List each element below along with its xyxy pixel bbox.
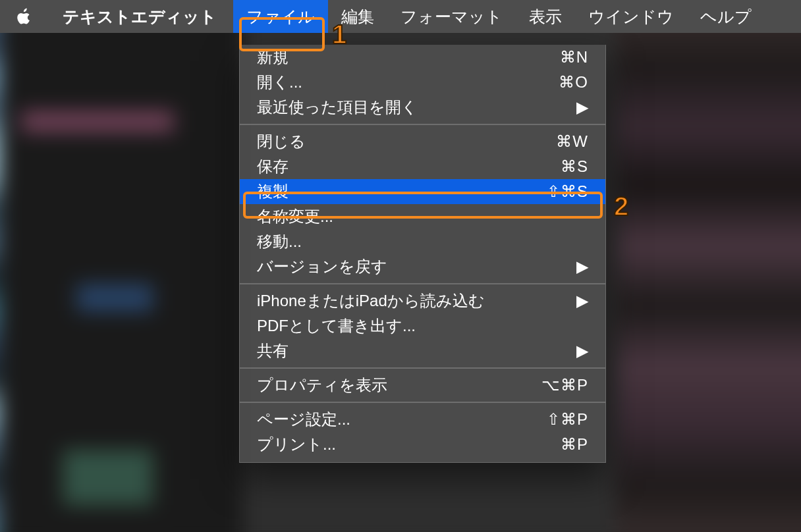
menu-item[interactable]: ページ設定...⇧⌘P <box>240 407 605 432</box>
menu-item[interactable]: 新規⌘N <box>240 45 605 70</box>
menu-item-label: プリント... <box>257 434 561 455</box>
submenu-arrow-icon: ▶ <box>572 292 588 310</box>
menu-item[interactable]: 移動... <box>240 229 605 254</box>
menu-item-label: 名称変更... <box>257 206 588 227</box>
menu-edit[interactable]: 編集 <box>328 0 387 33</box>
menu-item-label: バージョンを戻す <box>257 256 572 277</box>
menu-item[interactable]: 保存⌘S <box>240 154 605 179</box>
menu-item-shortcut: ⌘O <box>559 73 588 92</box>
menu-item[interactable]: バージョンを戻す▶ <box>240 254 605 279</box>
menu-item-label: 複製 <box>257 181 547 202</box>
menu-item-label: 開く... <box>257 72 559 93</box>
menu-item-label: 保存 <box>257 156 561 177</box>
menu-item-shortcut: ⌘W <box>556 132 588 151</box>
menu-item-shortcut: ⇧⌘P <box>547 410 588 429</box>
menu-item-label: iPhoneまたはiPadから読み込む <box>257 290 572 311</box>
submenu-arrow-icon: ▶ <box>572 98 588 117</box>
menu-item[interactable]: 共有▶ <box>240 338 605 363</box>
menu-item-label: 新規 <box>257 47 560 68</box>
menu-item-label: 最近使った項目を開く <box>257 97 572 118</box>
menu-item[interactable]: PDFとして書き出す... <box>240 313 605 338</box>
menu-item-label: 移動... <box>257 231 588 252</box>
menu-window[interactable]: ウインドウ <box>575 0 687 33</box>
apple-menu-icon[interactable] <box>13 7 33 26</box>
menu-item-label: ページ設定... <box>257 409 547 430</box>
menu-item-shortcut: ⌥⌘P <box>541 376 588 394</box>
file-menu-dropdown: 新規⌘N開く...⌘O最近使った項目を開く▶閉じる⌘W保存⌘S複製⇧⌘S名称変更… <box>239 45 606 463</box>
menu-bar: テキストエディット ファイル 編集 フォーマット 表示 ウインドウ ヘルプ <box>0 0 801 33</box>
menu-format[interactable]: フォーマット <box>387 0 516 33</box>
menu-help[interactable]: ヘルプ <box>687 0 765 33</box>
menu-item[interactable]: iPhoneまたはiPadから読み込む▶ <box>240 288 605 313</box>
menu-item-label: プロパティを表示 <box>257 375 541 396</box>
menu-item[interactable]: プロパティを表示⌥⌘P <box>240 373 605 398</box>
menu-item-shortcut: ⌘S <box>561 157 588 176</box>
menu-item[interactable]: 最近使った項目を開く▶ <box>240 95 605 120</box>
submenu-arrow-icon: ▶ <box>572 257 588 276</box>
menu-view[interactable]: 表示 <box>516 0 575 33</box>
menu-item-label: 閉じる <box>257 131 556 152</box>
menu-item[interactable]: プリント...⌘P <box>240 432 605 457</box>
menu-item-shortcut: ⌘P <box>561 435 588 454</box>
menu-item[interactable]: 複製⇧⌘S <box>240 179 605 204</box>
menu-item[interactable]: 開く...⌘O <box>240 70 605 95</box>
menu-item[interactable]: 閉じる⌘W <box>240 129 605 154</box>
app-name[interactable]: テキストエディット <box>49 0 233 33</box>
menu-item-label: PDFとして書き出す... <box>257 315 588 336</box>
submenu-arrow-icon: ▶ <box>572 342 588 360</box>
menu-item-shortcut: ⇧⌘S <box>547 182 588 201</box>
menu-file[interactable]: ファイル <box>233 0 328 33</box>
menu-item[interactable]: 名称変更... <box>240 204 605 229</box>
menu-item-shortcut: ⌘N <box>560 48 588 66</box>
menu-item-label: 共有 <box>257 340 572 361</box>
